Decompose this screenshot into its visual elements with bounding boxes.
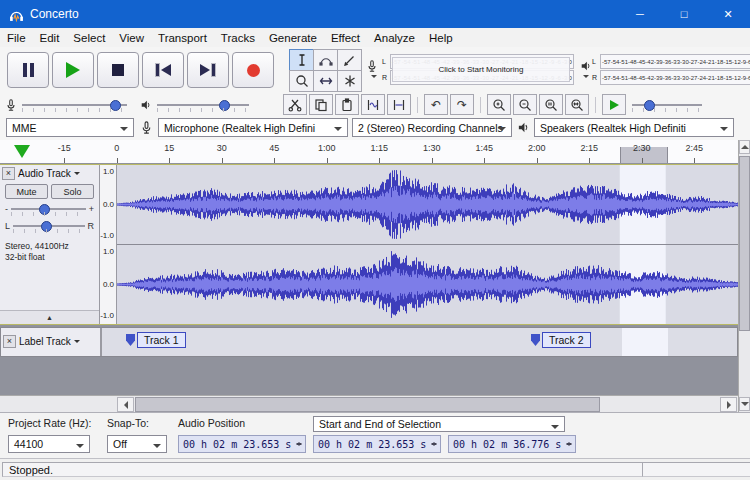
- close-button[interactable]: ✕: [706, 0, 750, 28]
- zoom-selection-button[interactable]: [539, 94, 563, 115]
- recording-volume-thumb[interactable]: [110, 100, 121, 111]
- recording-channels-select[interactable]: 2 (Stereo) Recording Channels: [352, 118, 512, 137]
- track-collapse-button[interactable]: ▲: [0, 310, 99, 324]
- label-marker-icon[interactable]: [531, 334, 540, 346]
- selection-start-field[interactable]: 00 h 02 m 23.653 s: [313, 435, 441, 453]
- timeshift-icon: [319, 74, 333, 88]
- silence-audio-button[interactable]: [387, 94, 411, 115]
- mute-button[interactable]: Mute: [5, 184, 48, 199]
- zoom-out-button[interactable]: [513, 94, 537, 115]
- maximize-button[interactable]: □: [662, 0, 706, 28]
- envelope-tool-button[interactable]: [313, 49, 338, 71]
- track-menu-arrow-icon[interactable]: [74, 340, 80, 346]
- meter-scale-label: -42: [645, 59, 654, 65]
- selection-mode-select[interactable]: Start and End of Selection: [313, 416, 565, 432]
- playback-meter[interactable]: L -57-54-51-48-45-42-39-36-33-30-27-24-2…: [580, 50, 738, 89]
- scroll-left-button[interactable]: [117, 397, 134, 412]
- zoom-in-button[interactable]: [487, 94, 511, 115]
- pause-button[interactable]: [7, 52, 49, 88]
- play-at-speed-button[interactable]: [602, 94, 626, 115]
- snap-to-select[interactable]: Off: [107, 435, 167, 453]
- menu-item[interactable]: Generate: [262, 30, 324, 46]
- paste-button[interactable]: [335, 94, 359, 115]
- meter-dropdown-icon[interactable]: [371, 75, 377, 81]
- timeline-ruler[interactable]: -1501530451:001:151:301:452:002:152:302:…: [0, 140, 738, 164]
- pan-thumb[interactable]: [41, 221, 52, 232]
- menu-item[interactable]: Transport: [151, 30, 214, 46]
- playback-volume-thumb[interactable]: [219, 100, 230, 111]
- waveform-left-channel[interactable]: [117, 165, 738, 244]
- skip-to-end-button[interactable]: [187, 52, 229, 88]
- menu-item[interactable]: View: [112, 30, 151, 46]
- zoom-out-icon: [518, 98, 532, 112]
- playhead-marker[interactable]: [14, 145, 30, 158]
- play-button[interactable]: [52, 52, 94, 88]
- scroll-down-button[interactable]: [739, 397, 750, 411]
- playback-device-select[interactable]: Speakers (Realtek High Definiti: [534, 118, 734, 137]
- recording-device-select[interactable]: Microphone (Realtek High Defini: [158, 118, 348, 137]
- label-area[interactable]: Track 1 Track 2: [101, 328, 737, 356]
- ruler-tick-label: 0: [91, 140, 144, 163]
- pan-slider[interactable]: [13, 219, 84, 233]
- audio-host-select[interactable]: MME: [6, 118, 134, 137]
- monitoring-prompt[interactable]: Click to Start Monitoring: [392, 57, 570, 82]
- scroll-right-button[interactable]: [720, 397, 737, 412]
- menu-item[interactable]: Select: [66, 30, 112, 46]
- meter-dropdown-icon[interactable]: [583, 75, 589, 81]
- playback-speed-slider[interactable]: [632, 98, 702, 112]
- track-close-button[interactable]: ×: [3, 335, 16, 348]
- menu-item[interactable]: Effect: [324, 30, 367, 46]
- multi-tool-button[interactable]: [337, 70, 362, 92]
- selection-end-field[interactable]: 00 h 02 m 36.776 s: [448, 435, 576, 453]
- scroll-up-button[interactable]: [739, 140, 750, 154]
- stop-button[interactable]: [97, 52, 139, 88]
- zoom-fit-button[interactable]: [565, 94, 589, 115]
- selection-tool-button[interactable]: [289, 49, 314, 71]
- solo-button[interactable]: Solo: [51, 184, 94, 199]
- menu-item[interactable]: Edit: [33, 30, 67, 46]
- label-text[interactable]: Track 2: [542, 332, 591, 348]
- audio-position-value: 00 h 02 m 23.653 s: [183, 439, 291, 450]
- title-bar[interactable]: Concerto ─ □ ✕: [0, 0, 750, 28]
- track-close-button[interactable]: ×: [2, 167, 15, 180]
- audio-position-field[interactable]: 00 h 02 m 23.653 s: [178, 435, 306, 453]
- label-marker-icon[interactable]: [126, 334, 135, 346]
- gain-thumb[interactable]: [39, 204, 50, 215]
- vertical-scrollbar[interactable]: [738, 140, 750, 412]
- track-menu-arrow-icon[interactable]: [74, 172, 80, 178]
- menu-item[interactable]: Tracks: [214, 30, 262, 46]
- track-title[interactable]: Audio Track: [18, 168, 71, 179]
- vertical-scroll-thumb[interactable]: [739, 156, 750, 331]
- track-title[interactable]: Label Track: [19, 336, 71, 347]
- zoom-tool-button[interactable]: [289, 70, 314, 92]
- recording-volume-slider[interactable]: [22, 98, 127, 112]
- menu-item[interactable]: Help: [422, 30, 460, 46]
- trim-audio-button[interactable]: [361, 94, 385, 115]
- meter-scale-label: -39: [654, 59, 663, 65]
- undo-icon: ↶: [431, 98, 441, 112]
- transport-toolbar: [7, 52, 274, 88]
- menu-item[interactable]: File: [0, 30, 33, 46]
- skip-to-start-button[interactable]: [142, 52, 184, 88]
- label-text[interactable]: Track 1: [137, 332, 186, 348]
- vertical-scale-ruler[interactable]: 1.0 0.0 -1.0 1.0 0.0 -1.0: [100, 165, 117, 324]
- gain-slider[interactable]: [11, 202, 86, 216]
- waveform-right-channel[interactable]: [117, 245, 738, 324]
- undo-button[interactable]: ↶: [424, 94, 448, 115]
- timeshift-tool-button[interactable]: [313, 70, 338, 92]
- copy-button[interactable]: [309, 94, 333, 115]
- draw-tool-button[interactable]: [337, 49, 362, 71]
- cut-button[interactable]: [283, 94, 307, 115]
- recording-meter[interactable]: L -57-54-51-48-45-42-39-36-33-30-27-24-2…: [366, 50, 574, 89]
- redo-button[interactable]: ↷: [450, 94, 474, 115]
- horizontal-scroll-thumb[interactable]: [135, 397, 600, 412]
- playback-volume-slider[interactable]: [157, 98, 249, 112]
- minimize-button[interactable]: ─: [618, 0, 662, 28]
- ruler-tick-label: 1:15: [353, 140, 406, 163]
- record-button[interactable]: [232, 52, 274, 88]
- menu-item[interactable]: Analyze: [367, 30, 422, 46]
- meter-scale-label: -33: [671, 75, 680, 81]
- horizontal-scrollbar[interactable]: [0, 395, 738, 412]
- project-rate-select[interactable]: 44100: [8, 435, 90, 453]
- playback-speed-thumb[interactable]: [644, 100, 655, 111]
